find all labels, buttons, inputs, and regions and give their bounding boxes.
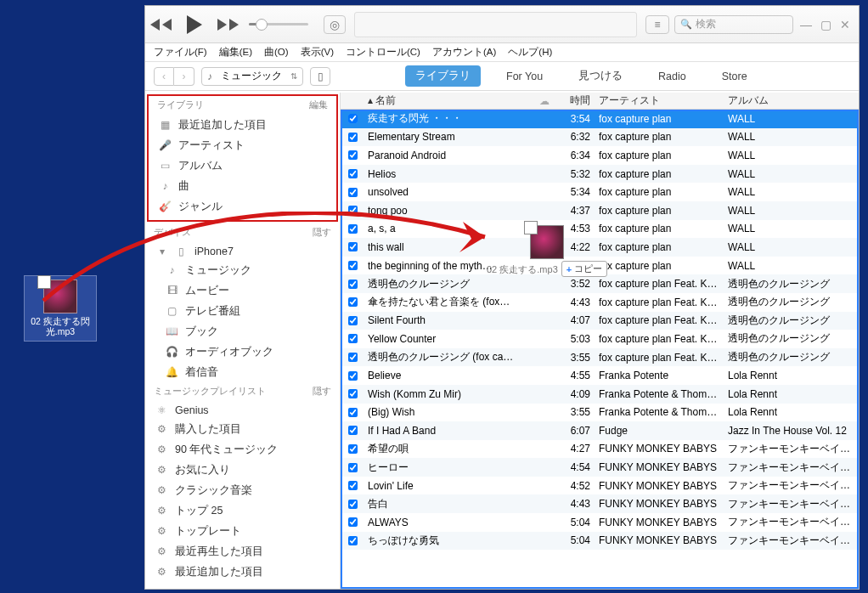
row-checkbox[interactable] — [348, 426, 358, 435]
row-checkbox[interactable] — [348, 150, 358, 160]
row-checkbox[interactable] — [348, 353, 358, 362]
table-row[interactable]: unsolved5:34fox capture planWALL — [341, 183, 859, 201]
row-checkbox[interactable] — [348, 280, 358, 289]
sidebar-item-購入した項目[interactable]: ⚙購入した項目 — [145, 419, 340, 439]
sidebar-item-90 年代ミュージック[interactable]: ⚙90 年代ミュージック — [145, 439, 340, 460]
table-row[interactable]: Silent Fourth4:07fox capture plan Feat. … — [341, 312, 859, 330]
row-checkbox[interactable] — [348, 444, 358, 454]
sidebar-item-最近追加した項目[interactable]: ⚙最近追加した項目 — [145, 562, 340, 582]
sidebar-item-Genius[interactable]: ⚛Genius — [145, 401, 340, 419]
menu-control[interactable]: コントロール(C) — [346, 46, 420, 59]
desktop-file-mp3[interactable]: 02 疾走する閃光.mp3 — [24, 275, 97, 342]
menu-edit[interactable]: 編集(E) — [219, 46, 252, 59]
playlist-hide-link[interactable]: 隠す — [313, 386, 331, 398]
menu-help[interactable]: ヘルプ(H) — [508, 46, 552, 59]
table-row[interactable]: Believe4:55Franka PotenteLola Rennt — [341, 366, 859, 385]
sidebar-item-ミュージック[interactable]: ♪ミュージック — [145, 260, 340, 280]
col-album[interactable]: アルバム — [724, 94, 859, 107]
sidebar-item-アーティスト[interactable]: 🎤アーティスト — [149, 135, 336, 155]
col-artist[interactable]: アーティスト — [595, 94, 724, 107]
table-row[interactable]: Elementary Stream6:32fox capture planWAL… — [341, 128, 859, 147]
table-row[interactable]: ちっぽけな勇気5:04FUNKY MONKEY BABYSファンキーモンキーベイ… — [341, 532, 859, 551]
table-row[interactable]: ヒーロー4:54FUNKY MONKEY BABYSファンキーモンキーベイビー… — [341, 458, 859, 477]
sidebar-item-アルバム[interactable]: ▭アルバム — [149, 155, 336, 176]
row-checkbox[interactable] — [348, 133, 358, 142]
table-row[interactable]: Paranoid Android6:34fox capture planWALL — [341, 146, 859, 165]
row-checkbox[interactable] — [348, 517, 358, 527]
col-name[interactable]: ▴ 名前 — [364, 94, 533, 107]
volume-slider[interactable] — [249, 23, 308, 25]
row-checkbox[interactable] — [348, 316, 358, 325]
col-time[interactable]: 時間 — [556, 94, 595, 107]
sidebar-item-着信音[interactable]: 🔔着信音 — [145, 362, 340, 382]
sidebar-item-device[interactable]: ▾ ▯ iPhone7 — [145, 242, 340, 260]
table-row[interactable]: this wall4:22fox capture planWALL — [341, 238, 859, 257]
tab-for-you[interactable]: For You — [496, 67, 553, 86]
row-checkbox[interactable] — [348, 261, 358, 270]
table-row[interactable]: tong poo4:37fox capture planWALL — [341, 201, 859, 220]
row-checkbox[interactable] — [348, 206, 358, 215]
table-row[interactable]: If I Had A Band6:07FudgeJazz In The Hous… — [341, 421, 859, 440]
row-checkbox[interactable] — [348, 224, 358, 234]
row-checkbox[interactable] — [348, 242, 358, 251]
row-checkbox[interactable] — [348, 188, 358, 197]
row-checkbox[interactable] — [348, 169, 358, 178]
list-view-button[interactable]: ≡ — [645, 15, 669, 34]
airplay-button[interactable]: ◎ — [324, 15, 346, 34]
sidebar-item-クラシック音楽[interactable]: ⚙クラシック音楽 — [145, 480, 340, 500]
next-button[interactable] — [217, 19, 227, 31]
menu-file[interactable]: ファイル(F) — [154, 46, 207, 59]
device-hide-link[interactable]: 隠す — [313, 227, 331, 239]
row-checkbox[interactable] — [348, 463, 358, 472]
window-close-button[interactable]: ✕ — [840, 18, 850, 31]
table-row[interactable]: 透明色のクルージング (fox ca…3:55fox capture plan … — [341, 348, 859, 367]
menu-view[interactable]: 表示(V) — [301, 46, 334, 59]
tab-radio[interactable]: Radio — [648, 67, 696, 86]
table-row[interactable]: ALWAYS5:04FUNKY MONKEY BABYSファンキーモンキーベイビ… — [341, 513, 859, 532]
window-maximize-button[interactable]: ▢ — [820, 18, 831, 31]
window-minimize-button[interactable]: — — [800, 18, 812, 31]
row-checkbox[interactable] — [348, 114, 358, 123]
row-checkbox[interactable] — [348, 481, 358, 490]
sidebar-item-ムービー[interactable]: 🎞ムービー — [145, 280, 340, 301]
table-row[interactable]: a, s, a4:53fox capture planWALL — [341, 220, 859, 239]
sidebar-item-テレビ番組[interactable]: ▢テレビ番組 — [145, 301, 340, 321]
table-row[interactable]: Helios5:32fox capture planWALL — [341, 165, 859, 184]
sidebar-item-最近再生した項目[interactable]: ⚙最近再生した項目 — [145, 541, 340, 562]
table-row[interactable]: the beginning of the myth…2:45fox captur… — [341, 257, 859, 275]
sidebar-item-オーディオブック[interactable]: 🎧オーディオブック — [145, 342, 340, 362]
row-checkbox[interactable] — [348, 371, 358, 381]
prev-button[interactable] — [162, 19, 172, 31]
device-button[interactable]: ▯ — [310, 67, 330, 86]
tab-見つける[interactable]: 見つける — [568, 65, 633, 87]
table-row[interactable]: 疾走する閃光 ・・・3:54fox capture planWALL — [341, 110, 859, 128]
table-row[interactable]: 傘を持たない君と音楽を (fox…4:43fox capture plan Fe… — [341, 293, 859, 312]
table-row[interactable]: Yellow Counter5:03fox capture plan Feat.… — [341, 330, 859, 348]
sidebar-item-ブック[interactable]: 📖ブック — [145, 321, 340, 342]
table-row[interactable]: 希望の唄4:27FUNKY MONKEY BABYSファンキーモンキーベイビー… — [341, 440, 859, 459]
sidebar-item-ジャンル[interactable]: 🎸ジャンル — [149, 196, 336, 217]
tab-store[interactable]: Store — [712, 67, 758, 86]
tab-ライブラリ[interactable]: ライブラリ — [405, 65, 481, 87]
sidebar-item-トップ 25[interactable]: ⚙トップ 25 — [145, 500, 340, 521]
nav-back-button[interactable]: ‹ — [154, 67, 174, 86]
row-checkbox[interactable] — [348, 500, 358, 509]
table-row[interactable]: Lovin' Life4:52FUNKY MONKEY BABYSファンキーモン… — [341, 477, 859, 495]
row-checkbox[interactable] — [348, 334, 358, 343]
library-edit-link[interactable]: 編集 — [309, 99, 328, 111]
source-select[interactable]: ♪ ミュージック ⇅ — [201, 67, 303, 86]
menu-song[interactable]: 曲(O) — [264, 46, 289, 59]
sidebar-item-お気に入り[interactable]: ⚙お気に入り — [145, 460, 340, 480]
table-row[interactable]: 告白4:43FUNKY MONKEY BABYSファンキーモンキーベイビー… — [341, 494, 859, 513]
table-row[interactable]: (Big) Wish3:55Franka Potente & Thom…Lola… — [341, 404, 859, 422]
sidebar-item-曲[interactable]: ♪曲 — [149, 176, 336, 196]
row-checkbox[interactable] — [348, 536, 358, 545]
row-checkbox[interactable] — [348, 297, 358, 307]
table-row[interactable]: Wish (Komm Zu Mir)4:09Franka Potente & T… — [341, 385, 859, 404]
menu-account[interactable]: アカウント(A) — [432, 46, 496, 59]
search-input[interactable]: 🔍 検索 — [674, 15, 793, 34]
sidebar-item-最近追加した項目[interactable]: ▦最近追加した項目 — [149, 115, 336, 135]
row-checkbox[interactable] — [348, 389, 358, 398]
sidebar-item-トップレート[interactable]: ⚙トップレート — [145, 521, 340, 541]
play-button[interactable] — [187, 15, 202, 34]
